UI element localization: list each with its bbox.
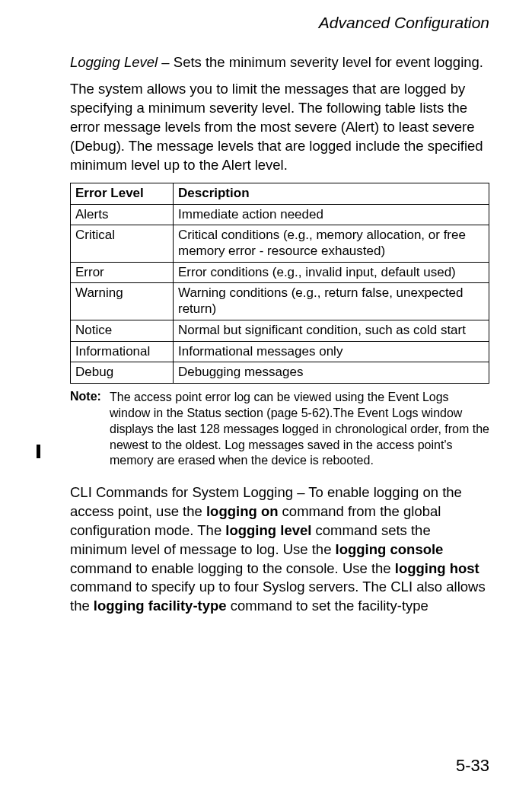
cell-level: Error (71, 262, 174, 283)
change-bar-icon (37, 445, 40, 458)
cell-level: Critical (71, 225, 174, 262)
note-text: The access point error log can be viewed… (110, 390, 489, 469)
table-row: Informational Informational messages onl… (71, 341, 489, 362)
logging-level-def: Logging Level – Sets the minimum severit… (70, 53, 489, 72)
cell-desc: Debugging messages (174, 362, 489, 384)
note-label: Note: (70, 390, 110, 403)
cell-desc: Critical conditions (e.g., memory alloca… (174, 225, 489, 262)
cell-desc: Error conditions (e.g., invalid input, d… (174, 262, 489, 283)
page-number: 5-33 (456, 756, 489, 776)
table-row: Notice Normal but significant condition,… (71, 320, 489, 341)
running-header: Advanced Configuration (70, 0, 489, 53)
table-header-row: Error Level Description (71, 183, 489, 204)
cell-desc: Warning conditions (e.g., return false, … (174, 283, 489, 320)
term-logging-level: Logging Level (70, 54, 158, 70)
col-header-desc: Description (174, 183, 489, 204)
cell-desc: Informational messages only (174, 341, 489, 362)
cell-level: Informational (71, 341, 174, 362)
cli-paragraph: CLI Commands for System Logging – To ena… (70, 483, 489, 617)
cell-level: Alerts (71, 204, 174, 225)
table-row: Alerts Immediate action needed (71, 204, 489, 225)
cmd-logging-facility-type: logging facility-type (94, 598, 227, 614)
cmd-logging-level: logging level (225, 522, 311, 538)
cmd-logging-host: logging host (395, 560, 479, 576)
cmd-logging-console: logging console (336, 541, 444, 557)
table-row: Debug Debugging messages (71, 362, 489, 384)
cmd-logging-on: logging on (206, 503, 279, 519)
col-header-level: Error Level (71, 183, 174, 204)
cell-level: Warning (71, 283, 174, 320)
term-rest: – Sets the minimum severity level for ev… (158, 54, 483, 70)
page: Advanced Configuration Logging Level – S… (0, 0, 532, 797)
cell-desc: Immediate action needed (174, 204, 489, 225)
cell-desc: Normal but significant condition, such a… (174, 320, 489, 341)
cell-level: Notice (71, 320, 174, 341)
error-level-table: Error Level Description Alerts Immediate… (70, 183, 489, 384)
table-row: Warning Warning conditions (e.g., return… (71, 283, 489, 320)
cli-text: command to enable logging to the console… (70, 560, 395, 576)
table-row: Error Error conditions (e.g., invalid in… (71, 262, 489, 283)
cell-level: Debug (71, 362, 174, 384)
intro-paragraph: The system allows you to limit the messa… (70, 80, 489, 175)
note-block: Note: The access point error log can be … (70, 390, 489, 469)
table-row: Critical Critical conditions (e.g., memo… (71, 225, 489, 262)
cli-text: command to set the facility-type (227, 598, 428, 614)
